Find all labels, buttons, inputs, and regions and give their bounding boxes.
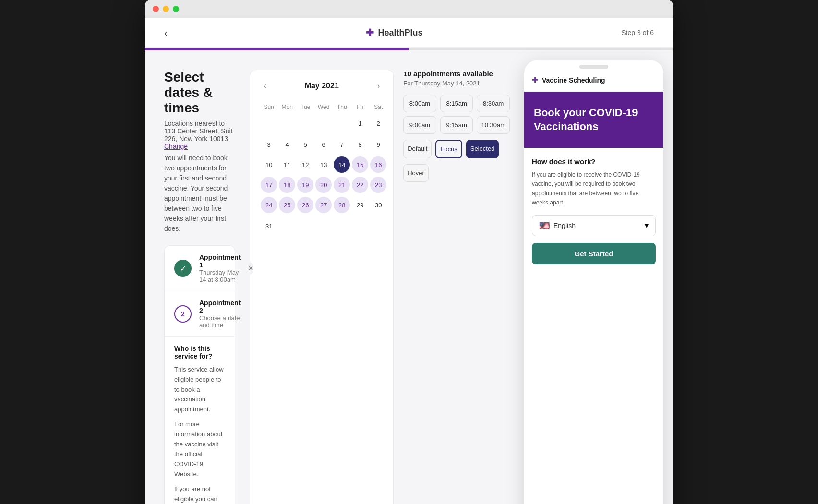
appointment-item-1: ✓ Appointment 1 Thursday May 14 at 8:00a… [165,246,235,291]
service-title: Who is this service for? [174,345,225,360]
language-selector[interactable]: 🇺🇸 English ▾ [532,215,656,236]
time-slot-800[interactable]: 8:00am [403,95,436,112]
calendar-day[interactable]: 27 [314,195,333,215]
time-slot-815[interactable]: 8:15am [440,95,473,112]
calendar-day[interactable]: 28 [333,195,351,215]
mobile-hero: Book your COVID-19 Vaccinations [524,92,663,148]
calendar-day[interactable]: 5 [296,134,314,155]
calendar-day[interactable]: 4 [278,134,296,155]
page-description: You will need to book two appointments f… [164,153,235,234]
style-demo-default: Default [403,140,432,158]
calendar-day[interactable]: 16 [369,155,387,175]
mobile-hero-title: Book your COVID-19 Vaccinations [534,106,654,133]
appointment-subtitle-2: Choose a date and time [199,314,241,329]
calendar-day[interactable]: 20 [314,175,333,195]
slots-grid: 8:00am 8:15am 8:30am 9:00am 9:15am 10:30… [403,95,510,134]
calendar-day[interactable]: 23 [369,175,387,195]
calendar-day[interactable]: 30 [369,195,387,215]
calendar-day[interactable]: 1 [351,112,369,134]
traffic-light-green[interactable] [173,6,179,12]
calendar-day [351,215,369,237]
calendar-section: ‹ May 2021 › Sun Mon Tue Wed Thu Fri Sa [250,70,394,504]
logo-text: HealthPlus [378,28,422,38]
calendar-day[interactable]: 13 [314,155,333,175]
cal-dow-tue: Tue [296,102,314,112]
calendar-day [260,112,278,134]
back-button[interactable]: ‹ [164,27,168,38]
browser-titlebar [145,0,673,18]
appointment-subtitle-1: Thursday May 14 at 8:00am [199,269,241,283]
appointment-title-1: Appointment 1 [199,253,241,269]
chevron-down-icon: ▾ [645,221,649,230]
calendar-day[interactable]: 10 [260,155,278,175]
get-started-button[interactable]: Get Started [532,243,656,264]
appointment-item-2: 2 Appointment 2 Choose a date and time [165,291,235,337]
cal-dow-wed: Wed [314,102,333,112]
calendar-day [278,215,296,237]
cal-dow-mon: Mon [278,102,296,112]
calendar-day[interactable]: 8 [351,134,369,155]
calendar-day [314,215,333,237]
calendar-day[interactable]: 19 [296,175,314,195]
page-title: Select dates & times [164,70,235,116]
style-demo-hover: Hover [403,164,429,182]
calendar-day [278,112,296,134]
calendar-day[interactable]: 11 [278,155,296,175]
language-label: English [553,222,576,229]
time-slot-830[interactable]: 8:30am [477,95,510,112]
page-subtitle: Locations nearest to 113 Center Street, … [164,120,235,150]
calendar-day[interactable]: 22 [351,175,369,195]
cal-dow-thu: Thu [333,102,351,112]
calendar-day[interactable]: 29 [351,195,369,215]
time-slot-1030[interactable]: 10:30am [477,116,510,134]
service-text-2: For more information about the vaccine v… [174,420,225,480]
calendar-day[interactable]: 14 [333,155,351,175]
service-text-1: This service allow eligible people to to… [174,365,225,415]
calendar-day [369,215,387,237]
calendar-day[interactable]: 2 [369,112,387,134]
calendar-day[interactable]: 12 [296,155,314,175]
change-link[interactable]: Change [164,143,188,150]
calendar-day[interactable]: 3 [260,134,278,155]
traffic-light-yellow[interactable] [163,6,169,12]
calendar-next-button[interactable]: › [373,80,384,92]
calendar-month: May 2021 [305,82,339,90]
browser-window: ‹ ✚ HealthPlus Step 3 of 6 Select dates … [145,0,673,504]
style-demos-row: Default Focus Selected [403,140,510,158]
service-text-3: If you are not eligible you can register… [174,484,225,504]
appointment-info-2: Appointment 2 Choose a date and time [199,299,241,329]
traffic-light-red[interactable] [153,6,159,12]
appointment-number-2: 2 [174,305,192,323]
calendar-day[interactable]: 9 [369,134,387,155]
mobile-logo-icon: ✚ [532,75,538,84]
calendar-day[interactable]: 6 [314,134,333,155]
calendar-day[interactable]: 26 [296,195,314,215]
calendar-grid: Sun Mon Tue Wed Thu Fri Sat 123456789101… [260,102,387,237]
mobile-how-text: If you are eligible to receive the COVID… [532,170,656,207]
calendar-day [333,215,351,237]
cal-dow-sat: Sat [369,102,387,112]
calendar-prev-button[interactable]: ‹ [260,80,270,92]
calendar-timeslots-wrapper: ‹ May 2021 › Sun Mon Tue Wed Thu Fri Sa [250,70,510,504]
step-indicator: Step 3 of 6 [621,29,654,36]
calendar-day[interactable]: 31 [260,215,278,237]
calendar-day [296,112,314,134]
time-slot-900[interactable]: 9:00am [403,116,436,134]
mobile-header: ✚ Vaccine Scheduling [524,69,663,92]
calendar-day[interactable]: 21 [333,175,351,195]
calendar-day[interactable]: 24 [260,195,278,215]
calendar-day[interactable]: 25 [278,195,296,215]
timeslots-title: 10 appointments available [403,70,510,78]
main-content: Select dates & times Locations nearest t… [145,50,673,504]
style-demos-hover-row: Hover [403,164,510,182]
appointment-info-1: Appointment 1 Thursday May 14 at 8:00am [199,253,241,283]
calendar-day[interactable]: 18 [278,175,296,195]
calendar-day[interactable]: 15 [351,155,369,175]
calendar-day [333,112,351,134]
calendar-day[interactable]: 7 [333,134,351,155]
calendar-day[interactable]: 17 [260,175,278,195]
time-slot-915[interactable]: 9:15am [440,116,473,134]
appointment-check-icon: ✓ [174,260,192,277]
timeslots-section: 10 appointments available For Thursday M… [403,70,510,504]
calendar-day [296,215,314,237]
